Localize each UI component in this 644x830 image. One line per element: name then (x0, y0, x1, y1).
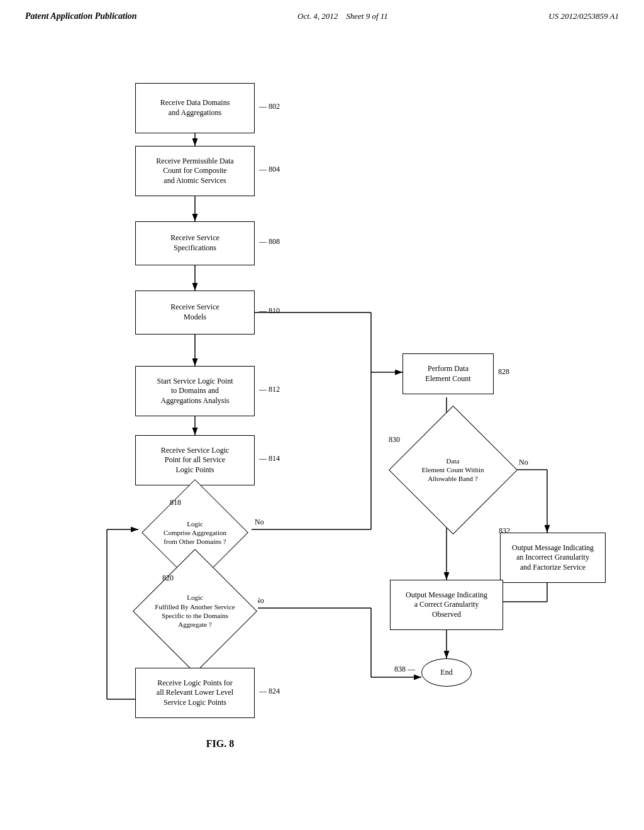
node-818-num: 818 (170, 498, 181, 507)
node-830: DataElement Count WithinAllowable Band ? (390, 435, 516, 504)
node-810-num: — 810 (259, 306, 280, 316)
node-808: Receive ServiceSpecifications (135, 221, 255, 265)
diagram-area: No Yes No Yes No Yes Receive Data Domain… (0, 28, 644, 782)
node-828-num: 828 (498, 367, 509, 377)
node-830-num: 830 (389, 435, 400, 445)
node-820-label: LogicFulfilled By Another ServiceSpecifi… (155, 593, 235, 629)
node-810-label: Receive ServiceModels (170, 302, 219, 322)
node-830-label: DataElement Count WithinAllowable Band ? (422, 456, 484, 484)
header-date: Oct. 4, 2012 (297, 11, 338, 21)
node-824-label: Receive Logic Points forall Relevant Low… (157, 678, 233, 708)
flowchart-arrows: No Yes No Yes No Yes (0, 28, 644, 782)
node-804-num: — 804 (259, 165, 280, 174)
node-810: Receive ServiceModels (135, 290, 255, 335)
header-center: Oct. 4, 2012 Sheet 9 of 11 (297, 11, 388, 21)
node-834-output-label: Output Message Indicatinga Correct Granu… (406, 590, 487, 620)
node-804: Receive Permissible DataCount for Compos… (135, 146, 255, 196)
node-802-label: Receive Data Domainsand Aggregations (160, 98, 230, 118)
node-814-label: Receive Service LogicPoint for all Servi… (161, 446, 230, 475)
node-812-num: — 812 (259, 385, 280, 394)
node-818-label: LogicComprise Aggregationfrom Other Doma… (164, 519, 226, 546)
node-834-output: Output Message Indicatinga Correct Granu… (390, 580, 503, 630)
node-814: Receive Service LogicPoint for all Servi… (135, 435, 255, 485)
node-838-label: End (440, 668, 452, 677)
node-824-num: — 824 (259, 687, 280, 696)
svg-text:No: No (519, 458, 528, 467)
node-828-label: Perform DataElement Count (425, 364, 470, 384)
node-832-label: Output Message Indicatingan Incorrect Gr… (512, 543, 594, 573)
node-838-num: 838 — (394, 665, 415, 674)
header-sheet: Sheet 9 of 11 (346, 11, 388, 21)
node-838: End (421, 658, 472, 687)
svg-text:No: No (255, 517, 264, 526)
page-header: Patent Application Publication Oct. 4, 2… (0, 0, 644, 21)
node-804-label: Receive Permissible DataCount for Compos… (156, 157, 233, 186)
figure-label: FIG. 8 (170, 738, 270, 750)
node-828: Perform DataElement Count (402, 353, 494, 394)
node-814-num: — 814 (259, 454, 280, 463)
node-808-label: Receive ServiceSpecifications (170, 233, 219, 253)
node-832-num: 832 (499, 526, 510, 536)
node-824: Receive Logic Points forall Relevant Low… (135, 668, 255, 718)
header-right: US 2012/0253859 A1 (548, 11, 619, 21)
node-802-num: — 802 (259, 102, 280, 111)
node-820: LogicFulfilled By Another ServiceSpecifi… (132, 580, 258, 643)
node-812: Start Service Logic Pointto Domains andA… (135, 366, 255, 416)
node-802: Receive Data Domainsand Aggregations (135, 83, 255, 133)
node-820-num: 820 (162, 573, 174, 583)
node-812-label: Start Service Logic Pointto Domains andA… (157, 377, 233, 406)
node-832: Output Message Indicatingan Incorrect Gr… (500, 533, 606, 583)
node-808-num: — 808 (259, 237, 280, 246)
header-left: Patent Application Publication (25, 11, 137, 21)
